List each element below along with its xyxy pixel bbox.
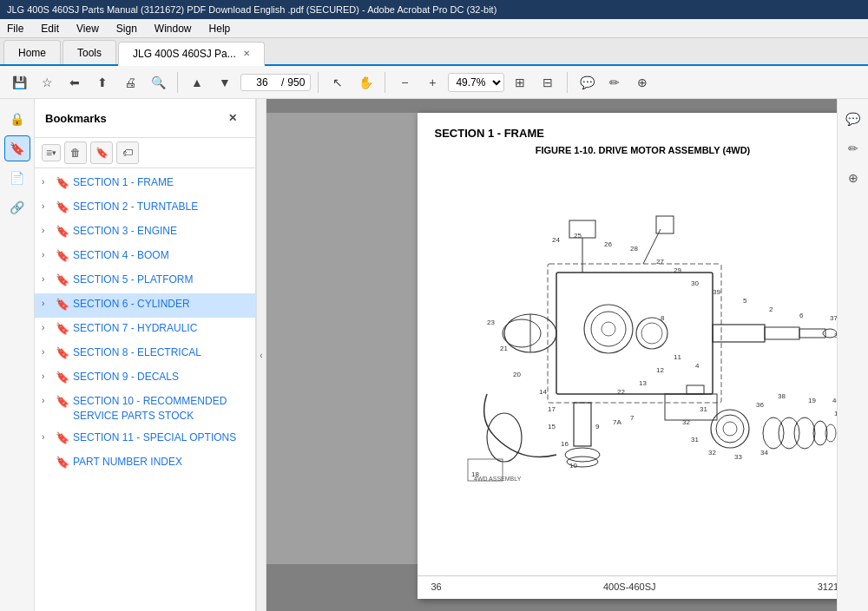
zoom-out-button[interactable]: − (392, 70, 417, 95)
chevron-icon: › (42, 226, 52, 235)
zoom-in-button[interactable]: + (420, 70, 444, 95)
sidebar-collapse-handle[interactable]: ‹ (256, 99, 266, 611)
comment-button[interactable]: 💬 (575, 70, 599, 95)
back-button[interactable]: ⬅ (62, 70, 87, 95)
bookmark-list: › 🔖 SECTION 1 - FRAME › 🔖 SECTION 2 - TU… (35, 168, 255, 611)
bookmark-label: SECTION 7 - HYDRAULIC (73, 321, 197, 336)
bookmark-section1[interactable]: › 🔖 SECTION 1 - FRAME (35, 172, 255, 196)
dropdown-arrow-icon: ▾ (52, 148, 56, 157)
page-total: 950 (287, 76, 305, 89)
svg-text:26: 26 (604, 240, 612, 248)
prev-page-button[interactable]: ▲ (185, 70, 209, 95)
menu-sign[interactable]: Sign (113, 21, 141, 36)
hand-tool-button[interactable]: ✋ (353, 70, 378, 95)
bookmark-icon: 🔖 (56, 200, 69, 214)
print-button[interactable]: 🖨 (118, 70, 142, 95)
comment-right-button[interactable]: 💬 (840, 106, 866, 132)
chevron-icon: › (42, 371, 52, 381)
pen-right-button[interactable]: ✏ (840, 135, 866, 161)
fit-page-button[interactable]: ⊞ (508, 70, 532, 95)
svg-text:34: 34 (760, 449, 768, 457)
svg-text:33: 33 (734, 453, 742, 461)
stamp-button[interactable]: ⊕ (630, 70, 654, 95)
bookmark-button[interactable]: ☆ (35, 70, 59, 95)
bookmark-icon: 🔖 (56, 273, 69, 286)
tab-doc[interactable]: JLG 400S 460SJ Pa... ✕ (118, 42, 265, 66)
more-tools-button[interactable]: ⊕ (840, 165, 866, 191)
chevron-icon: › (42, 177, 52, 187)
tab-home[interactable]: Home (3, 40, 61, 64)
right-tool-panel: 💬 ✏ ⊕ (837, 99, 868, 611)
properties-button[interactable]: 🏷 (116, 141, 139, 164)
bookmark-section6[interactable]: › 🔖 SECTION 6 - CYLINDER (35, 293, 255, 318)
pdf-page-number: 36 (431, 581, 442, 592)
menu-edit[interactable]: Edit (37, 21, 62, 36)
svg-text:25: 25 (574, 232, 582, 240)
svg-text:24: 24 (552, 236, 560, 244)
svg-text:36: 36 (756, 401, 764, 409)
svg-text:6: 6 (799, 312, 804, 319)
bookmark-part-number-index[interactable]: › 🔖 PART NUMBER INDEX (35, 451, 255, 476)
drive-motor-assembly-svg: 37 35 6 2 5 39 30 29 27 28 26 25 (435, 168, 838, 489)
bookmark-section8[interactable]: › 🔖 SECTION 8 - ELECTRICAL (35, 342, 255, 366)
bookmarks-panel: Bookmarks ✕ ≡ ▾ 🗑 🔖 🏷 › 🔖 SECTION 1 - FR… (35, 99, 256, 611)
svg-text:35: 35 (834, 332, 838, 339)
svg-text:7A: 7A (613, 418, 621, 426)
pdf-page-content: SECTION 1 - FRAME FIGURE 1-10. DRIVE MOT… (418, 113, 838, 508)
bookmark-icon: 🔖 (56, 176, 69, 189)
pdf-page-left (266, 113, 418, 564)
link-tool[interactable]: 🔗 (4, 194, 30, 220)
find-button[interactable]: 🔍 (146, 70, 170, 95)
bookmarks-tool[interactable]: 🔖 (4, 135, 30, 161)
bookmark-section9[interactable]: › 🔖 SECTION 9 - DECALS (35, 366, 255, 391)
tab-close-icon[interactable]: ✕ (243, 49, 250, 58)
bookmark-label: SECTION 3 - ENGINE (73, 224, 177, 239)
pen-button[interactable]: ✏ (602, 70, 627, 95)
bookmark-section3[interactable]: › 🔖 SECTION 3 - ENGINE (35, 220, 255, 245)
zoom-select[interactable]: 49.7% (448, 73, 504, 92)
select-tool-button[interactable]: ↖ (326, 70, 350, 95)
sidebar-toolbar: ≡ ▾ 🗑 🔖 🏷 (35, 138, 255, 168)
svg-text:31: 31 (691, 436, 699, 443)
lock-tool[interactable]: 🔒 (4, 106, 30, 132)
two-page-button[interactable]: ⊟ (536, 70, 560, 95)
menu-file[interactable]: File (3, 21, 27, 36)
bookmark-section2[interactable]: › 🔖 SECTION 2 - TURNTABLE (35, 196, 255, 220)
bookmark-label: SECTION 9 - DECALS (73, 370, 179, 384)
bookmark-label: SECTION 10 - RECOMMENDED SERVICE PARTS S… (73, 394, 248, 424)
svg-text:14: 14 (539, 388, 547, 396)
tab-tools[interactable]: Tools (62, 40, 116, 64)
close-sidebar-button[interactable]: ✕ (220, 106, 245, 130)
svg-text:22: 22 (617, 388, 625, 396)
svg-text:32: 32 (682, 418, 690, 426)
bookmark-label: SECTION 2 - TURNTABLE (73, 200, 198, 214)
bookmark-section7[interactable]: › 🔖 SECTION 7 - HYDRAULIC (35, 318, 255, 342)
svg-text:23: 23 (487, 319, 495, 326)
collapse-icon: ‹ (260, 351, 262, 360)
save-button[interactable]: 💾 (7, 70, 31, 95)
bookmark-section11[interactable]: › 🔖 SECTION 11 - SPECIAL OPTIONS (35, 427, 255, 451)
bookmark-section10[interactable]: › 🔖 SECTION 10 - RECOMMENDED SERVICE PAR… (35, 391, 255, 427)
menu-help[interactable]: Help (206, 21, 234, 36)
menu-view[interactable]: View (73, 21, 102, 36)
left-tool-panel: 🔒 🔖 📄 🔗 (0, 99, 35, 611)
pdf-footer: 36 400S-460SJ 3121672 (418, 575, 838, 592)
new-bookmark-button[interactable]: 🔖 (90, 141, 113, 164)
up-button[interactable]: ⬆ (90, 70, 115, 95)
svg-rect-0 (435, 168, 838, 489)
page-input[interactable] (247, 76, 278, 89)
pages-tool[interactable]: 📄 (4, 165, 30, 191)
bookmark-label: SECTION 4 - BOOM (73, 248, 169, 263)
svg-text:37: 37 (830, 314, 838, 322)
bookmark-section4[interactable]: › 🔖 SECTION 4 - BOOM (35, 245, 255, 269)
svg-text:10: 10 (569, 462, 577, 470)
pdf-viewer[interactable]: SECTION 1 - FRAME FIGURE 1-10. DRIVE MOT… (266, 99, 837, 611)
delete-bookmark-button[interactable]: 🗑 (64, 141, 87, 164)
bookmark-section5[interactable]: › 🔖 SECTION 5 - PLATFORM (35, 269, 255, 293)
pdf-section-title: SECTION 1 - FRAME (435, 127, 838, 140)
svg-text:27: 27 (656, 258, 664, 266)
bookmark-view-dropdown[interactable]: ≡ ▾ (42, 144, 61, 161)
next-page-button[interactable]: ▼ (213, 70, 237, 95)
menu-window[interactable]: Window (151, 21, 195, 36)
svg-text:38: 38 (778, 392, 786, 400)
